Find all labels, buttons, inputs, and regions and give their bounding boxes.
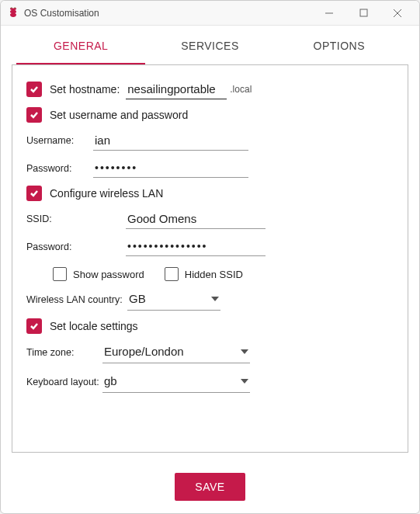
content-panel: Set hostname: .local Set username and pa…	[12, 64, 408, 453]
hostname-label: Set hostname:	[50, 83, 120, 96]
hidden-ssid-checkbox[interactable]	[165, 267, 179, 281]
wifi-password-input[interactable]	[126, 237, 266, 256]
show-password-label: Show password	[73, 269, 144, 280]
username-label: Username:	[26, 135, 93, 146]
check-icon	[30, 189, 39, 198]
locale-checkbox[interactable]	[26, 318, 42, 334]
userpass-row: Set username and password	[26, 107, 394, 123]
timezone-label: Time zone:	[26, 347, 102, 358]
tab-bar: GENERAL SERVICES OPTIONS	[1, 26, 419, 64]
wifi-country-label: Wireless LAN country:	[26, 294, 127, 305]
hostname-checkbox[interactable]	[26, 82, 42, 97]
ssid-row: SSID:	[26, 209, 394, 229]
userpass-label: Set username and password	[50, 109, 188, 121]
maximize-button[interactable]	[348, 2, 379, 24]
keyboard-value: gb	[104, 374, 117, 387]
show-password-checkbox[interactable]	[53, 267, 67, 281]
tab-general[interactable]: GENERAL	[16, 40, 145, 64]
save-button[interactable]: SAVE	[175, 473, 245, 501]
keyboard-select[interactable]: gb	[102, 371, 250, 393]
hidden-ssid-item: Hidden SSID	[165, 267, 243, 281]
app-icon	[7, 7, 19, 19]
window-title: OS Customisation	[24, 8, 314, 19]
wifi-country-row: Wireless LAN country: GB	[26, 289, 394, 311]
wifi-options-row: Show password Hidden SSID	[53, 267, 394, 281]
check-icon	[30, 85, 39, 94]
wifi-country-value: GB	[129, 292, 146, 305]
wifi-row: Configure wireless LAN	[26, 186, 394, 201]
username-row: Username:	[26, 130, 394, 151]
chevron-down-icon	[211, 297, 219, 301]
hidden-ssid-label: Hidden SSID	[185, 269, 243, 280]
wifi-country-select[interactable]: GB	[127, 289, 220, 311]
tab-options[interactable]: OPTIONS	[275, 40, 404, 64]
ssid-input[interactable]	[126, 209, 266, 229]
check-icon	[30, 110, 39, 120]
keyboard-row: Keyboard layout: gb	[26, 371, 394, 393]
wifi-label: Configure wireless LAN	[50, 187, 163, 200]
minimize-button[interactable]	[314, 2, 345, 24]
maximize-icon	[359, 9, 368, 17]
timezone-value: Europe/London	[104, 345, 184, 358]
locale-label: Set locale settings	[50, 320, 138, 332]
show-password-item: Show password	[53, 267, 144, 281]
hostname-input[interactable]	[126, 79, 227, 99]
username-input[interactable]	[93, 130, 248, 151]
password-label: Password:	[26, 163, 93, 174]
ssid-label: SSID:	[26, 214, 93, 224]
tab-services[interactable]: SERVICES	[145, 40, 274, 64]
check-icon	[30, 321, 39, 331]
footer: SAVE	[1, 464, 419, 513]
wifi-password-row: Password:	[26, 237, 394, 256]
timezone-row: Time zone: Europe/London	[26, 342, 394, 363]
close-icon	[393, 9, 402, 18]
hostname-row: Set hostname: .local	[26, 79, 394, 99]
chevron-down-icon	[241, 379, 248, 384]
svg-rect-1	[360, 9, 367, 16]
close-button[interactable]	[382, 2, 413, 24]
timezone-select[interactable]: Europe/London	[102, 342, 250, 363]
app-window: OS Customisation GENERAL SERVICES OPTION…	[0, 0, 420, 514]
keyboard-label: Keyboard layout:	[26, 377, 102, 387]
locale-row: Set locale settings	[26, 318, 394, 334]
wifi-checkbox[interactable]	[26, 186, 42, 201]
password-input[interactable]	[93, 158, 248, 178]
chevron-down-icon	[241, 349, 248, 354]
hostname-suffix: .local	[230, 84, 252, 95]
wifi-password-label: Password:	[26, 241, 93, 252]
password-row: Password:	[26, 158, 394, 178]
userpass-checkbox[interactable]	[26, 107, 42, 123]
titlebar: OS Customisation	[1, 1, 419, 26]
minimize-icon	[325, 9, 334, 18]
window-controls	[314, 2, 413, 24]
